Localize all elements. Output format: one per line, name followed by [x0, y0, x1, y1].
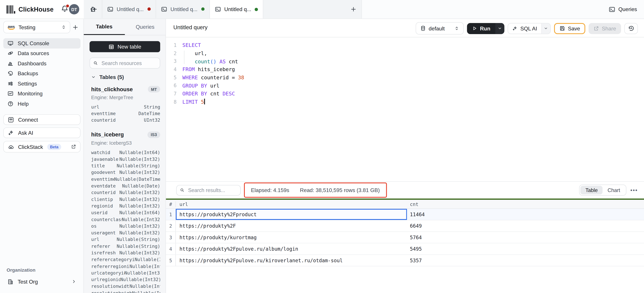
tab-queries[interactable]: Queries	[125, 19, 166, 35]
url-cell[interactable]: https://produkty%2Fpulove.ru/kiroverlane…	[176, 255, 407, 266]
sidebar-item-sql-console[interactable]: SQL Console	[3, 38, 80, 48]
save-button[interactable]: Save	[554, 23, 586, 34]
sidebar-item-label: Backups	[18, 70, 38, 77]
column-type: Nullable(Int32)	[119, 223, 160, 229]
sidebar-item-label: Dashboards	[18, 60, 46, 67]
code-line[interactable]: 2 url,	[166, 49, 644, 57]
query-title[interactable]: Untitled query	[173, 24, 208, 31]
sql-ai-options-button[interactable]	[541, 23, 550, 34]
code-line[interactable]: 6GROUP BY url	[166, 82, 644, 90]
code-line[interactable]: 8LIMIT 5	[166, 98, 644, 106]
table-engine: Engine: MergeTree	[91, 95, 160, 100]
search-resources-input[interactable]	[101, 60, 156, 66]
clickhouse-console-app: ClickHouse DT default	[0, 0, 644, 293]
tables-group-header[interactable]: Tables (5)	[91, 74, 124, 80]
column-header-cnt[interactable]: cnt	[407, 201, 644, 207]
cnt-cell[interactable]: 11464	[407, 209, 644, 220]
code-line[interactable]: 4FROM hits_iceberg	[166, 65, 644, 73]
result-row[interactable]: 3https://produkty/kurortmag5764	[166, 232, 644, 243]
ask-ai-button[interactable]: Ask AI	[3, 127, 80, 138]
column-name: regionid	[91, 203, 113, 209]
workspace-selector[interactable]: aws Testing	[3, 21, 70, 33]
result-row[interactable]: 2https://produkty%2F6649	[166, 220, 644, 232]
results-more-button[interactable]: •••	[630, 187, 638, 193]
run-button[interactable]: Run	[467, 23, 495, 34]
sidebar-item-data-sources[interactable]: Data sources	[3, 48, 80, 58]
column-name: title	[91, 163, 105, 169]
column-header-index[interactable]: #	[166, 201, 176, 207]
line-number: 5	[166, 75, 176, 80]
url-cell[interactable]: https://produkty%2Fproduct	[176, 209, 407, 220]
tab-tables[interactable]: Tables	[84, 19, 124, 35]
share-button[interactable]: Share	[589, 23, 621, 34]
organization-selector[interactable]: Test Org	[3, 276, 80, 287]
sidebar-item-help[interactable]: Help	[3, 99, 80, 109]
sql-editor[interactable]: 1SELECT2 url,3 count() AS cnt4FROM hits_…	[166, 37, 644, 181]
cnt-cell[interactable]: 6649	[407, 220, 644, 231]
chevron-down-icon	[91, 75, 96, 79]
avatar[interactable]: DT	[69, 4, 79, 14]
cnt-cell[interactable]: 5764	[407, 232, 644, 243]
url-cell[interactable]: https://produkty/kurortmag	[176, 232, 407, 243]
column-type: Nullable(Int32)	[120, 277, 160, 282]
notifications-button[interactable]	[61, 5, 69, 13]
query-stats-annotation: Elapsed: 4.159s Read: 38,510,595 rows (3…	[244, 182, 387, 198]
plus-icon	[350, 6, 356, 12]
column-type: Nullable(Int32)	[119, 157, 160, 162]
sidebar-item-monitoring[interactable]: Monitoring	[3, 89, 80, 99]
run-options-button[interactable]	[495, 23, 504, 34]
cnt-cell[interactable]: 5357	[407, 255, 644, 266]
new-tab-button[interactable]	[346, 0, 362, 18]
clickstack-button[interactable]: ClickStack Beta	[3, 141, 80, 153]
home-button[interactable]	[84, 0, 102, 18]
column-row: goodeventNullable(Int32)	[91, 169, 160, 176]
beta-badge: Beta	[47, 144, 62, 150]
column-type: Nullable(DateTime6	[114, 177, 160, 182]
search-results[interactable]	[176, 185, 241, 196]
result-row[interactable]: 1https://produkty%2Fproduct11464	[166, 209, 644, 220]
column-name: counterid	[91, 118, 116, 123]
url-cell[interactable]: https://produkty%2F	[176, 220, 407, 231]
home-icon	[89, 6, 96, 13]
view-table-segment[interactable]: Table	[580, 186, 603, 194]
table-entry[interactable]: hits_iceberg IS3 Engine: IcebergS3 watch…	[91, 132, 160, 293]
url-cell[interactable]: https://produkty%2Fpulove.ru/album/login	[176, 243, 407, 254]
sidebar-item-settings[interactable]: Settings	[3, 79, 80, 89]
editor-database-selector[interactable]: default	[416, 22, 464, 35]
code-line[interactable]: 5WHERE counterid = 38	[166, 73, 644, 82]
select-chevrons-icon	[61, 25, 66, 30]
sql-ai-button[interactable]: SQL AI	[508, 23, 541, 34]
code-line[interactable]: 1SELECT	[166, 41, 644, 49]
orbit-icon	[8, 50, 14, 57]
search-resources[interactable]	[90, 58, 160, 69]
view-chart-segment[interactable]: Chart	[603, 186, 625, 194]
table-entry[interactable]: hits_clickhouse MT Engine: MergeTree url…	[91, 86, 160, 124]
query-tab-label: Untitled q...	[170, 6, 198, 12]
row-index: 5	[166, 255, 176, 266]
result-row[interactable]: 5https://produkty%2Fpulove.ru/kiroverlan…	[166, 255, 644, 266]
column-type: Nullable(String)	[117, 237, 160, 242]
sidebar-item-dashboards[interactable]: Dashboards	[3, 58, 80, 68]
code-text: count() AS cnt	[182, 58, 238, 65]
search-icon	[93, 61, 98, 66]
code-text: url,	[182, 50, 207, 57]
connect-button[interactable]: Connect	[3, 114, 80, 125]
cnt-cell[interactable]: 5495	[407, 243, 644, 254]
query-history-button[interactable]	[624, 23, 638, 34]
code-line[interactable]: 3 count() AS cnt	[166, 57, 644, 65]
search-results-input[interactable]	[187, 187, 237, 193]
query-tab-3[interactable]: Untitled q...	[210, 0, 263, 19]
add-service-button[interactable]	[71, 22, 79, 33]
column-name: os	[91, 223, 96, 229]
code-line[interactable]: 7ORDER BY cnt DESC	[166, 90, 644, 98]
column-row: counterclassNullable(Int32)	[91, 216, 160, 223]
new-table-button[interactable]: New table	[90, 41, 160, 52]
queries-top-button[interactable]: Queries	[609, 4, 637, 15]
column-header-url[interactable]: url	[176, 201, 407, 207]
result-row[interactable]: 4https://produkty%2Fpulove.ru/album/logi…	[166, 243, 644, 255]
query-tab-2[interactable]: Untitled q...	[156, 0, 209, 18]
chevron-down-icon	[544, 26, 548, 31]
sidebar-item-backups[interactable]: Backups	[3, 68, 80, 79]
sidebar-item-label: Help	[18, 101, 28, 107]
query-tab-1[interactable]: Untitled q...	[102, 0, 156, 18]
